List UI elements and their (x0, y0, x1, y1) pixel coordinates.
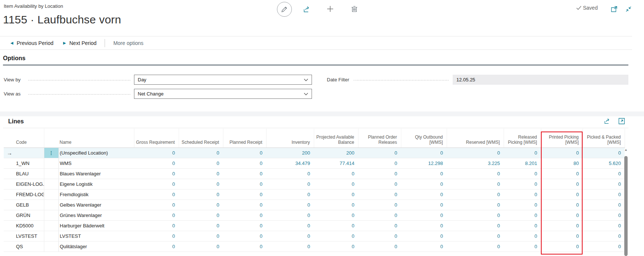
name-cell[interactable]: Harburger Bäderwelt (58, 220, 134, 231)
delete-button[interactable] (350, 4, 359, 13)
value-cell-qty-outbound-wms-[interactable]: 0 (401, 189, 447, 200)
value-cell-scheduled-receipt[interactable]: 0 (179, 220, 223, 231)
value-cell-inventory[interactable]: 0 (266, 200, 314, 210)
date-filter-input[interactable]: 12.05.25 (453, 75, 628, 85)
value-cell-scheduled-receipt[interactable]: 0 (179, 179, 223, 189)
value-cell-reserved-wms-[interactable]: 0 (447, 189, 504, 200)
value-cell-released-picking-wms-[interactable]: 0 (504, 168, 541, 179)
previous-period-button[interactable]: ◀ Previous Period (10, 40, 54, 46)
value-cell-planned-receipt[interactable]: 0 (223, 179, 266, 189)
value-cell-gross-requirement[interactable]: 0 (134, 189, 179, 200)
value-cell-printed-picking-wms-[interactable]: 0 (541, 179, 583, 189)
column-header-scheduled-receipt[interactable]: Scheduled Receipt (179, 129, 223, 148)
value-cell-reserved-wms-[interactable]: 3.225 (447, 158, 504, 168)
more-options-button[interactable]: More options (113, 40, 143, 46)
value-cell-scheduled-receipt[interactable]: 0 (179, 158, 223, 168)
row-ellipsis-menu-button[interactable]: ⋮ (44, 148, 58, 158)
value-cell-reserved-wms-[interactable]: 0 (447, 220, 504, 231)
column-header-planned-order-releases[interactable]: Planned Order Releases (358, 129, 401, 148)
value-cell-inventory[interactable]: 0 (266, 168, 314, 179)
lines-focus-mode-button[interactable] (617, 117, 626, 125)
column-header-projected-available-balance[interactable]: Projected Available Balance (314, 129, 358, 148)
value-cell-scheduled-receipt[interactable]: 0 (179, 210, 223, 220)
table-scrollbar[interactable]: ▲ (624, 148, 628, 256)
column-header-reserved-wms-[interactable]: Reserved [WMS] (447, 129, 504, 148)
value-cell-planned-receipt[interactable]: 0 (223, 220, 266, 231)
code-cell[interactable]: FREMD-LOG. (15, 189, 44, 200)
value-cell-planned-receipt[interactable]: 0 (223, 158, 266, 168)
value-cell-inventory[interactable]: 0 (266, 220, 314, 231)
value-cell-planned-order-releases[interactable]: 0 (358, 158, 401, 168)
value-cell-planned-receipt[interactable]: 0 (223, 168, 266, 179)
value-cell-scheduled-receipt[interactable]: 0 (179, 148, 223, 158)
value-cell-reserved-wms-[interactable]: 0 (447, 148, 504, 158)
value-cell-gross-requirement[interactable]: 0 (134, 200, 179, 210)
value-cell-released-picking-wms-[interactable]: 0 (504, 241, 541, 252)
code-cell[interactable]: KD5000 (15, 220, 44, 231)
share-button[interactable] (302, 5, 312, 14)
value-cell-gross-requirement[interactable]: 0 (134, 168, 179, 179)
value-cell-reserved-wms-[interactable]: 0 (447, 210, 504, 220)
value-cell-reserved-wms-[interactable]: 0 (447, 231, 504, 241)
code-cell[interactable]: BLAU (15, 168, 44, 179)
value-cell-planned-receipt[interactable]: 0 (223, 200, 266, 210)
value-cell-picked-packed-wms-[interactable]: 5.620 (583, 158, 625, 168)
value-cell-scheduled-receipt[interactable]: 0 (179, 241, 223, 252)
table-row[interactable]: GELBGelbes Warenlager00000000000 (4, 200, 625, 210)
value-cell-released-picking-wms-[interactable]: 0 (504, 210, 541, 220)
code-cell[interactable]: GELB (15, 200, 44, 210)
value-cell-planned-order-releases[interactable]: 0 (358, 179, 401, 189)
value-cell-printed-picking-wms-[interactable]: 0 (541, 148, 583, 158)
value-cell-reserved-wms-[interactable]: 0 (447, 168, 504, 179)
name-cell[interactable]: Blaues Warenlager (58, 168, 134, 179)
value-cell-picked-packed-wms-[interactable]: 0 (583, 241, 625, 252)
value-cell-picked-packed-wms-[interactable]: 0 (583, 179, 625, 189)
value-cell-qty-outbound-wms-[interactable]: 0 (401, 210, 447, 220)
code-cell[interactable] (15, 148, 44, 158)
value-cell-printed-picking-wms-[interactable]: 0 (541, 241, 583, 252)
name-cell[interactable]: Fremdlogistik (58, 189, 134, 200)
name-cell[interactable]: (Unspecified Location) (58, 148, 134, 158)
value-cell-gross-requirement[interactable]: 0 (134, 148, 179, 158)
code-cell[interactable]: EIGEN-LOG. (15, 179, 44, 189)
value-cell-printed-picking-wms-[interactable]: 0 (541, 200, 583, 210)
value-cell-printed-picking-wms-[interactable]: 0 (541, 189, 583, 200)
value-cell-inventory[interactable]: 0 (266, 189, 314, 200)
lines-share-button[interactable] (603, 117, 612, 125)
code-cell[interactable]: GRÜN (15, 210, 44, 220)
value-cell-planned-receipt[interactable]: 0 (223, 241, 266, 252)
value-cell-qty-outbound-wms-[interactable]: 0 (401, 241, 447, 252)
value-cell-picked-packed-wms-[interactable]: 0 (583, 148, 625, 158)
column-header-picked-packed-wms-[interactable]: Picked & Packed [WMS] (583, 129, 625, 148)
scrollbar-up-arrow[interactable]: ▲ (624, 148, 628, 154)
value-cell-projected-available-balance[interactable]: 77.414 (314, 158, 358, 168)
value-cell-picked-packed-wms-[interactable]: 0 (583, 210, 625, 220)
table-row[interactable]: EIGEN-LOG.Eigene Logistik00000000000 (4, 179, 625, 189)
column-header-planned-receipt[interactable]: Planned Receipt (223, 129, 266, 148)
value-cell-qty-outbound-wms-[interactable]: 12.298 (401, 158, 447, 168)
value-cell-inventory[interactable]: 0 (266, 231, 314, 241)
name-cell[interactable]: Grünes Warenlager (58, 210, 134, 220)
value-cell-projected-available-balance[interactable]: 0 (314, 241, 358, 252)
name-cell[interactable]: Qulitätslager (58, 241, 134, 252)
value-cell-gross-requirement[interactable]: 0 (134, 158, 179, 168)
edit-button[interactable] (277, 2, 292, 17)
value-cell-reserved-wms-[interactable]: 0 (447, 179, 504, 189)
value-cell-inventory[interactable]: 0 (266, 210, 314, 220)
value-cell-picked-packed-wms-[interactable]: 0 (583, 231, 625, 241)
value-cell-planned-receipt[interactable]: 0 (223, 210, 266, 220)
value-cell-picked-packed-wms-[interactable]: 0 (583, 220, 625, 231)
value-cell-released-picking-wms-[interactable]: 0 (504, 200, 541, 210)
value-cell-reserved-wms-[interactable]: 0 (447, 241, 504, 252)
value-cell-projected-available-balance[interactable]: 0 (314, 179, 358, 189)
value-cell-planned-order-releases[interactable]: 0 (358, 168, 401, 179)
value-cell-projected-available-balance[interactable]: 200 (314, 148, 358, 158)
value-cell-inventory[interactable]: 0 (266, 179, 314, 189)
value-cell-released-picking-wms-[interactable]: 0 (504, 189, 541, 200)
name-cell[interactable]: WMS (58, 158, 134, 168)
code-cell[interactable]: 1_WN (15, 158, 44, 168)
add-button[interactable] (325, 4, 335, 13)
value-cell-released-picking-wms-[interactable]: 0 (504, 179, 541, 189)
view-by-select[interactable]: Day (134, 75, 312, 85)
next-period-button[interactable]: ▶ Next Period (63, 40, 97, 46)
